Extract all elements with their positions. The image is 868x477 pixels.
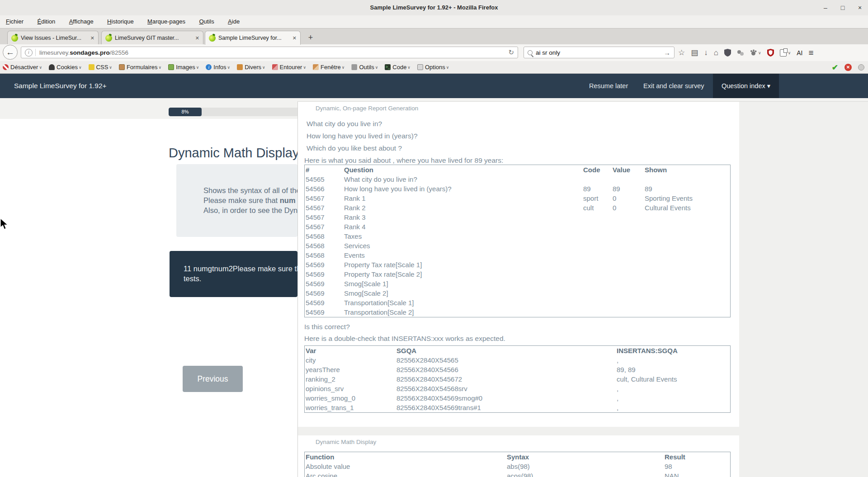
- report-heading: Here is what you said about , where you …: [304, 156, 503, 165]
- menu-marque-pages[interactable]: Marque-pages: [142, 15, 191, 28]
- cookies-icon: [49, 64, 55, 70]
- error-icon[interactable]: ✕: [844, 64, 852, 71]
- minimize-button[interactable]: –: [822, 4, 829, 11]
- table-cell: [644, 231, 731, 241]
- devbar-fenetre[interactable]: Fenêtre∨: [313, 64, 344, 71]
- table-row: 54567Rank 4: [305, 222, 731, 231]
- table-cell: [612, 213, 644, 222]
- menu-fichier[interactable]: Fichier: [0, 15, 29, 28]
- shield-addon-icon[interactable]: [724, 49, 731, 57]
- ai-addon-icon[interactable]: AI: [797, 49, 802, 57]
- close-button[interactable]: ×: [856, 4, 863, 11]
- table-cell: [644, 241, 731, 250]
- tab-sample-limesurvey[interactable]: Sample LimeSurvey for... ✕: [205, 31, 301, 45]
- table-cell: 89: [582, 184, 612, 194]
- back-button[interactable]: ←: [3, 45, 18, 60]
- index-link-years[interactable]: How long have you lived in (years)?: [307, 132, 418, 140]
- table-cell: 89: [644, 184, 731, 194]
- exit-clear-link[interactable]: Exit and clear survey: [643, 74, 704, 98]
- devbar-desactiver[interactable]: Désactiver∨: [3, 64, 42, 71]
- menu-edition[interactable]: Édition: [31, 15, 61, 28]
- menu-outils[interactable]: Outils: [193, 15, 220, 28]
- tab-close-icon[interactable]: ✕: [292, 35, 297, 41]
- table-row: 54569Transportation[Scale 1]: [305, 298, 731, 307]
- search-bar[interactable]: ai sr only →: [524, 47, 675, 58]
- ublock-shield-icon[interactable]: [767, 49, 774, 57]
- tab-close-icon[interactable]: ✕: [195, 35, 199, 41]
- mouse-cursor: [0, 218, 10, 230]
- table-cell: ranking_2: [305, 374, 396, 384]
- table-cell: Transportation[Scale 1]: [343, 298, 582, 307]
- table-cell: [612, 250, 644, 260]
- reload-icon[interactable]: ↻: [508, 48, 514, 57]
- question-help-text: Shows the syntax of all of the cu Please…: [203, 186, 297, 215]
- site-info-icon[interactable]: i: [25, 49, 33, 57]
- table-cell: [582, 241, 612, 250]
- table-row: 54568Services: [305, 241, 731, 250]
- valid-check-icon[interactable]: ✔: [832, 63, 838, 72]
- hamburger-menu-icon[interactable]: ≡: [809, 48, 814, 58]
- devbar-code[interactable]: >_Code∨: [385, 64, 410, 71]
- resume-later-link[interactable]: Resume later: [589, 74, 628, 98]
- table-cell: 54569: [305, 260, 344, 269]
- limesurvey-favicon: [11, 35, 18, 42]
- menu-affichage[interactable]: Affichage: [63, 15, 99, 28]
- tab-close-icon[interactable]: ✕: [90, 35, 94, 41]
- search-input[interactable]: ai sr only: [536, 49, 664, 56]
- question-index-button[interactable]: Question index ▾: [713, 74, 779, 98]
- column-header: Function: [305, 452, 506, 462]
- table-cell: Property Tax rate[Scale 1]: [343, 260, 582, 269]
- pages-icon: [780, 49, 787, 57]
- tab-view-issues[interactable]: View Issues - LimeSur... ✕: [7, 31, 99, 45]
- devbar-options[interactable]: Options∨: [417, 64, 449, 71]
- downloads-icon[interactable]: ↓: [704, 49, 708, 57]
- table-cell: 98: [664, 462, 731, 471]
- url-bar[interactable]: i limesurvey.sondages.pro/82556 ↻: [21, 47, 518, 58]
- column-header: INSERTANS:SGQA: [616, 346, 731, 356]
- devbar-outils[interactable]: Outils∨: [351, 64, 378, 71]
- clipboard-icon[interactable]: ▤: [691, 49, 698, 57]
- bookmark-star-icon[interactable]: ☆: [678, 49, 685, 57]
- maximize-button[interactable]: □: [839, 4, 846, 11]
- progress-bar: 8%: [169, 108, 297, 116]
- url-text: limesurvey.sondages.pro/82556: [39, 49, 508, 56]
- previous-button[interactable]: Previous: [183, 366, 243, 392]
- devbar-entourer[interactable]: Entourer∨: [272, 64, 306, 71]
- index-link-city[interactable]: What city do you live in?: [307, 120, 382, 128]
- circles-addon-icon[interactable]: [737, 49, 744, 57]
- is-this-correct-link[interactable]: Is this correct?: [304, 323, 350, 331]
- table-cell: 54568: [305, 250, 344, 260]
- menu-aide[interactable]: Aide: [222, 15, 245, 28]
- table-cell: Property Tax rate[Scale 2]: [343, 269, 582, 279]
- index-link-best[interactable]: Which do you like best about ?: [307, 144, 402, 152]
- devbar-divers[interactable]: Divers∨: [237, 64, 265, 71]
- survey-brand[interactable]: Sample LimeSurvey for 1.92+: [14, 74, 107, 98]
- menu-historique[interactable]: Historique: [101, 15, 140, 28]
- table-cell: What city do you live in?: [343, 175, 582, 184]
- help-line-2: Please make sure that: [203, 196, 280, 204]
- devbar-status: ✔ ✕: [832, 61, 864, 74]
- paw-addon-icon[interactable]: ∨: [750, 49, 761, 56]
- devbar-cookies[interactable]: Cookies∨: [49, 64, 82, 71]
- chevron-down-icon: ∨: [227, 65, 231, 70]
- new-tab-button[interactable]: +: [304, 32, 317, 44]
- window-titlebar: Sample LimeSurvey for 1.92+ - Mozilla Fi…: [0, 0, 868, 16]
- table-cell: abs(98): [506, 462, 664, 471]
- chevron-down-icon: ∨: [375, 65, 378, 70]
- devbar-images[interactable]: Images∨: [168, 64, 199, 71]
- search-go-icon[interactable]: →: [664, 49, 670, 57]
- page-action-icon[interactable]: ∨: [780, 49, 791, 57]
- chevron-down-icon: ∨: [342, 65, 345, 70]
- devbar-css[interactable]: CSS∨: [89, 64, 112, 71]
- table-cell: acos(98): [506, 471, 664, 477]
- table-cell: 82556X2840X54565: [396, 355, 616, 365]
- devbar-infos[interactable]: iInfos∨: [206, 64, 230, 71]
- table-row: 54569Property Tax rate[Scale 1]: [305, 260, 731, 269]
- table-cell: opinions_srv: [305, 384, 396, 393]
- misc-icon: [237, 64, 243, 70]
- devbar-formulaires[interactable]: Formulaires∨: [119, 64, 161, 71]
- tab-limesurvey-git[interactable]: LimeSurvey GIT master... ✕: [101, 31, 203, 45]
- url-domain: sondages.pro: [70, 49, 110, 56]
- home-icon[interactable]: ⌂: [714, 49, 718, 57]
- idle-status-icon: [858, 64, 864, 71]
